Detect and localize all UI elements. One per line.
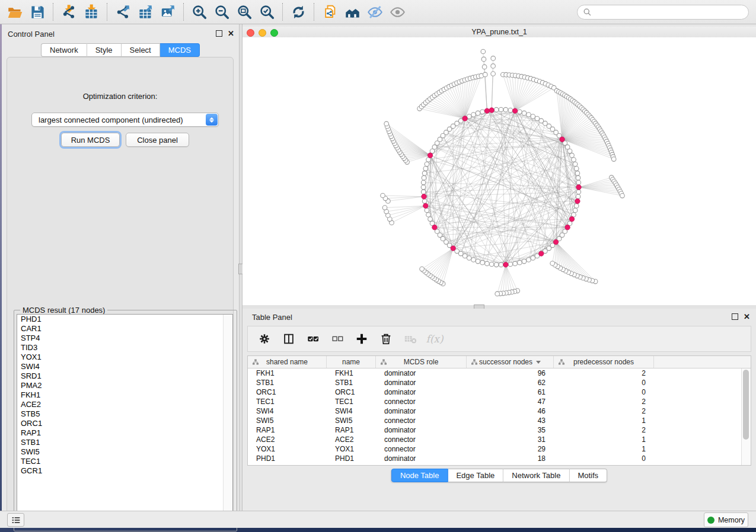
dominator-node[interactable] [512, 108, 517, 113]
network-node[interactable] [422, 171, 427, 176]
network-node[interactable] [611, 157, 616, 162]
cell-successor-nodes[interactable]: 29 [467, 444, 554, 454]
export-network-button[interactable] [111, 2, 134, 22]
column-header-name[interactable]: name [327, 356, 376, 368]
mcds-result-item[interactable]: TID3 [17, 343, 232, 352]
network-node[interactable] [491, 64, 496, 69]
cell-shared-name[interactable]: RAP1 [248, 425, 327, 435]
cell-successor-nodes[interactable]: 31 [467, 435, 554, 444]
tab-edge-table[interactable]: Edge Table [448, 469, 503, 482]
cell-successor-nodes[interactable]: 35 [467, 425, 554, 435]
network-node[interactable] [499, 107, 503, 112]
task-history-button[interactable] [7, 513, 24, 527]
cell-successor-nodes[interactable]: 96 [467, 368, 554, 378]
network-node[interactable] [471, 113, 476, 117]
tab-node-table[interactable]: Node Table [391, 469, 448, 482]
cell-shared-name[interactable]: TEC1 [248, 397, 327, 406]
dominator-node[interactable] [428, 153, 432, 158]
delete-column-button[interactable] [379, 332, 393, 346]
cell-shared-name[interactable]: STB1 [248, 378, 327, 387]
mcds-result-list[interactable]: PHD1CAR1STP4TID3YOX1SWI4SRD1PMA2FKH1ACE2… [17, 314, 233, 527]
network-node[interactable] [531, 256, 535, 261]
dominator-node[interactable] [462, 116, 467, 121]
hide-selected-button[interactable] [363, 2, 386, 22]
cell-MCDS-role[interactable]: dominator [376, 387, 467, 397]
network-node[interactable] [576, 190, 581, 194]
network-node[interactable] [522, 259, 527, 264]
zoom-in-button[interactable] [188, 2, 210, 22]
zoom-fit-button[interactable] [233, 2, 256, 22]
network-node[interactable] [527, 258, 531, 262]
close-table-panel-icon[interactable]: ✕ [744, 313, 750, 320]
cell-name[interactable]: SWI5 [327, 416, 376, 425]
network-node[interactable] [480, 260, 485, 265]
network-node[interactable] [576, 194, 580, 199]
mcds-result-item[interactable]: GCR1 [17, 466, 232, 476]
dominator-node[interactable] [489, 108, 494, 113]
dominator-node[interactable] [484, 108, 489, 113]
network-node[interactable] [575, 171, 580, 176]
network-node[interactable] [491, 72, 496, 76]
cell-name[interactable]: STB1 [327, 378, 376, 387]
dominator-node[interactable] [565, 225, 570, 230]
cell-name[interactable]: FKH1 [327, 368, 376, 378]
cell-successor-nodes[interactable]: 46 [467, 406, 554, 416]
network-node[interactable] [531, 114, 535, 119]
network-node[interactable] [421, 190, 426, 194]
dominator-node[interactable] [553, 239, 558, 244]
network-node[interactable] [489, 262, 494, 267]
network-node[interactable] [480, 110, 485, 114]
float-table-panel-icon[interactable] [732, 313, 738, 320]
cell-MCDS-role[interactable]: dominator [376, 454, 467, 463]
columns-button[interactable] [282, 332, 296, 346]
cell-successor-nodes[interactable]: 62 [467, 378, 554, 387]
network-node[interactable] [518, 110, 522, 114]
table-row[interactable]: PHD1PHD1dominator180 [248, 454, 751, 463]
show-hidden-button[interactable] [386, 2, 409, 22]
network-node[interactable] [467, 256, 471, 261]
dominator-node[interactable] [422, 194, 426, 199]
network-node[interactable] [471, 258, 476, 262]
table-row[interactable]: ORC1ORC1dominator610 [248, 387, 751, 397]
gear-button[interactable] [257, 332, 272, 346]
network-node[interactable] [428, 217, 433, 222]
tab-network[interactable]: Network [41, 43, 87, 57]
dominator-node[interactable] [451, 246, 455, 251]
cell-MCDS-role[interactable]: dominator [376, 378, 467, 387]
column-header-successor-nodes[interactable]: successor nodes [467, 356, 554, 368]
column-header-predecessor-nodes[interactable]: predecessor nodes [554, 356, 654, 368]
cell-shared-name[interactable]: FKH1 [248, 368, 327, 378]
network-canvas[interactable] [243, 37, 756, 305]
mcds-result-item[interactable]: ORC1 [17, 419, 232, 428]
close-panel-button[interactable]: Close panel [126, 133, 189, 147]
cell-predecessor-nodes[interactable]: 0 [554, 378, 654, 387]
mcds-result-item[interactable]: FKH1 [17, 390, 232, 400]
float-panel-icon[interactable] [216, 30, 222, 37]
network-node[interactable] [485, 261, 490, 266]
network-node[interactable] [495, 291, 500, 296]
select-all-checks-button[interactable] [306, 332, 320, 346]
network-node[interactable] [494, 262, 499, 267]
mcds-result-item[interactable]: CAR1 [17, 324, 232, 334]
search-input[interactable] [592, 7, 743, 17]
cell-predecessor-nodes[interactable]: 1 [554, 444, 654, 454]
network-node[interactable] [573, 208, 578, 213]
network-node[interactable] [421, 185, 426, 190]
network-node[interactable] [384, 121, 389, 126]
network-node[interactable] [425, 162, 429, 166]
network-node[interactable] [508, 108, 513, 113]
table-row[interactable]: ACE2ACE2connector311 [248, 435, 751, 444]
cell-predecessor-nodes[interactable]: 1 [554, 435, 654, 444]
mcds-result-item[interactable]: PMA2 [17, 381, 232, 390]
cell-predecessor-nodes[interactable]: 2 [554, 368, 654, 378]
column-header-shared-name[interactable]: shared name [248, 356, 327, 368]
cell-shared-name[interactable]: PHD1 [248, 454, 327, 463]
mcds-list-scrollbar[interactable] [223, 315, 232, 527]
network-node[interactable] [499, 262, 503, 267]
network-node[interactable] [620, 194, 625, 198]
dominator-node[interactable] [575, 198, 580, 203]
network-node[interactable] [503, 107, 508, 112]
zoom-out-button[interactable] [210, 2, 233, 22]
refresh-view-button[interactable] [287, 2, 310, 22]
import-network-button[interactable] [58, 2, 80, 22]
